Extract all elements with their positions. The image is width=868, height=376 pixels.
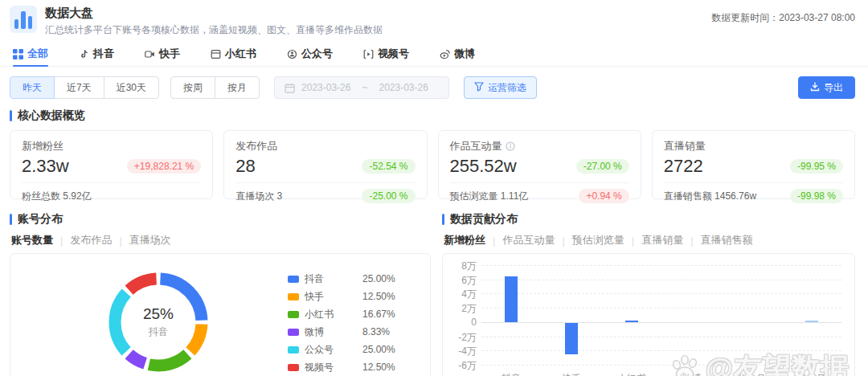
donut-segment-抖音 bbox=[113, 277, 204, 368]
gridline--6万 bbox=[481, 365, 841, 366]
legend-item-1[interactable]: 快手12.50% bbox=[288, 288, 411, 305]
operation-filter-button[interactable]: 运营筛选 bbox=[464, 76, 537, 99]
x-axis-label-视频号: 视频号 bbox=[797, 372, 826, 376]
tab-douyin[interactable]: 抖音 bbox=[79, 42, 114, 67]
data-update-time: 数据更新时间：2023-03-27 08:00 bbox=[711, 6, 855, 25]
tab-label-weibo: 微博 bbox=[454, 47, 475, 61]
donut-chart-panel: 25% 抖音 抖音25.00%快手12.50%小红书16.67%微博8.33%公… bbox=[10, 253, 431, 376]
legend-item-2[interactable]: 小红书16.67% bbox=[288, 305, 411, 323]
legend-marker bbox=[288, 329, 299, 336]
card-label: 作品互动量 bbox=[450, 139, 629, 153]
contribution-metric-tab-4[interactable]: 直播销售额 bbox=[701, 233, 753, 247]
card-label-text: 新增粉丝 bbox=[22, 139, 63, 153]
y-axis-label: -6万 bbox=[444, 359, 477, 373]
y-axis-label: 0 bbox=[444, 317, 477, 328]
tab-separator: | bbox=[690, 235, 693, 247]
account-metric-tab-1[interactable]: 发布作品 bbox=[70, 233, 112, 247]
legend-percent: 16.67% bbox=[362, 309, 411, 320]
page-subtitle: 汇总统计多平台下账号各项核心数据，涵盖短视频、图文、直播等多维作品数据 bbox=[45, 23, 383, 37]
tab-kuaishou[interactable]: 快手 bbox=[145, 42, 180, 67]
donut-legend: 抖音25.00%快手12.50%小红书16.67%微博8.33%公众号25.00… bbox=[288, 270, 411, 376]
date-separator: ~ bbox=[362, 82, 367, 93]
card-value: 2.33w bbox=[22, 156, 69, 177]
card-value: 255.52w bbox=[450, 156, 517, 177]
tab-label-douyin: 抖音 bbox=[93, 47, 114, 61]
watermark-text: @友望数据 bbox=[706, 349, 850, 376]
date-end[interactable]: 2023-03-26 bbox=[379, 82, 428, 93]
export-button[interactable]: 导出 bbox=[798, 76, 855, 99]
contribution-tabs: 新增粉丝|作品互动量|预估浏览量|直播销量|直播销售额 bbox=[444, 233, 855, 247]
legend-item-4[interactable]: 公众号25.00% bbox=[288, 341, 411, 358]
info-icon[interactable] bbox=[506, 141, 515, 151]
header: 数据大盘 汇总统计多平台下账号各项核心数据，涵盖短视频、图文、直播等多维作品数据… bbox=[0, 0, 868, 37]
bar-chart-panel: du @友望数据 8万6万4万2万0-2万-4万-6万抖音快手小红书微博公众号视… bbox=[442, 253, 855, 376]
gongzhonghao-icon bbox=[287, 49, 297, 59]
card-footer-badge: -25.00 % bbox=[362, 189, 415, 203]
tab-label-all: 全部 bbox=[27, 47, 48, 61]
quick-range-button-2[interactable]: 近30天 bbox=[104, 76, 159, 99]
bar-抖音 bbox=[505, 276, 518, 322]
donut-chart: 25% 抖音 bbox=[97, 261, 219, 376]
card-label: 新增粉丝 bbox=[22, 139, 201, 153]
tab-all[interactable]: 全部 bbox=[13, 42, 48, 67]
contribution-metric-tab-1[interactable]: 作品互动量 bbox=[502, 233, 555, 247]
tab-shipinhao[interactable]: 视频号 bbox=[363, 42, 409, 67]
tab-separator: | bbox=[60, 235, 63, 247]
tab-separator: | bbox=[562, 235, 564, 247]
overview-card-2: 作品互动量255.52w-27.00 %预估浏览量 1.11亿+0.94 % bbox=[438, 130, 641, 199]
card-label-text: 发布作品 bbox=[235, 139, 277, 153]
card-label: 发布作品 bbox=[235, 139, 415, 153]
legend-name: 小红书 bbox=[305, 308, 362, 321]
tab-gongzhonghao[interactable]: 公众号 bbox=[287, 42, 333, 67]
x-axis-label-微博: 微博 bbox=[682, 372, 701, 376]
legend-percent: 8.33% bbox=[362, 326, 411, 337]
legend-item-3[interactable]: 微博8.33% bbox=[288, 323, 411, 341]
date-range-picker[interactable]: 2023-03-26 ~ 2023-03-26 bbox=[274, 76, 449, 99]
quick-range-button-1[interactable]: 近7天 bbox=[54, 76, 104, 99]
date-quick-group: 昨天近7天近30天 bbox=[10, 76, 159, 99]
contribution-title: 数据贡献分布 bbox=[442, 212, 855, 227]
x-axis-label-公众号: 公众号 bbox=[737, 372, 766, 376]
legend-item-5[interactable]: 视频号12.50% bbox=[288, 358, 411, 376]
period-button-1[interactable]: 按月 bbox=[215, 76, 260, 99]
account-distribution-section: 账号分布 账号数量|发布作品|直播场次 25% 抖音 抖音25.00%快手12.… bbox=[10, 212, 431, 376]
shipinhao-icon bbox=[363, 49, 374, 59]
xiaohongshu-icon bbox=[211, 49, 221, 59]
douyin-icon bbox=[79, 49, 89, 59]
funnel-icon bbox=[474, 82, 484, 94]
legend-percent: 12.50% bbox=[362, 291, 411, 302]
tab-xiaohongshu[interactable]: 小红书 bbox=[211, 42, 256, 67]
overview-card-0: 新增粉丝2.33w+19,828.21 %粉丝总数 5.92亿 bbox=[10, 130, 213, 199]
card-value-row: 28-52.54 % bbox=[235, 156, 415, 177]
bottom-sections: 账号分布 账号数量|发布作品|直播场次 25% 抖音 抖音25.00%快手12.… bbox=[10, 212, 855, 376]
date-start[interactable]: 2023-03-26 bbox=[301, 82, 350, 93]
y-axis-label: -2万 bbox=[444, 331, 477, 345]
contribution-metric-tab-3[interactable]: 直播销量 bbox=[641, 233, 683, 247]
overview-card-1: 发布作品28-52.54 %直播场次 3-25.00 % bbox=[223, 130, 427, 199]
dashboard-page: 数据大盘 汇总统计多平台下账号各项核心数据，涵盖短视频、图文、直播等多维作品数据… bbox=[0, 0, 868, 376]
account-distribution-title: 账号分布 bbox=[10, 212, 431, 227]
platform-tabs: 全部抖音快手小红书公众号视频号微博 bbox=[0, 42, 868, 67]
overview-section-title: 核心数据概览 bbox=[10, 108, 868, 123]
legend-marker bbox=[288, 276, 299, 283]
legend-name: 微博 bbox=[305, 325, 362, 339]
gridline-2万 bbox=[481, 308, 841, 309]
tab-label-xiaohongshu: 小红书 bbox=[225, 47, 256, 61]
card-footer: 直播场次 3-25.00 % bbox=[235, 182, 415, 205]
card-footer-text: 粉丝总数 5.92亿 bbox=[22, 190, 92, 203]
account-metric-tab-0[interactable]: 账号数量 bbox=[11, 233, 53, 247]
contribution-metric-tab-0[interactable]: 新增粉丝 bbox=[444, 233, 485, 247]
quick-range-button-0[interactable]: 昨天 bbox=[10, 76, 55, 99]
account-metric-tab-2[interactable]: 直播场次 bbox=[129, 233, 171, 247]
period-button-0[interactable]: 按周 bbox=[170, 76, 215, 99]
period-group: 按周按月 bbox=[170, 76, 260, 99]
card-change-badge: -52.54 % bbox=[362, 159, 415, 174]
legend-item-0[interactable]: 抖音25.00% bbox=[288, 270, 411, 288]
y-axis-label: 4万 bbox=[444, 288, 477, 301]
gridline-4万 bbox=[481, 293, 841, 294]
account-distribution-tabs: 账号数量|发布作品|直播场次 bbox=[11, 233, 431, 247]
gridline--2万 bbox=[481, 337, 841, 337]
card-change-badge: -27.00 % bbox=[576, 159, 629, 174]
tab-weibo[interactable]: 微博 bbox=[440, 42, 475, 67]
contribution-metric-tab-2[interactable]: 预估浏览量 bbox=[572, 233, 624, 247]
